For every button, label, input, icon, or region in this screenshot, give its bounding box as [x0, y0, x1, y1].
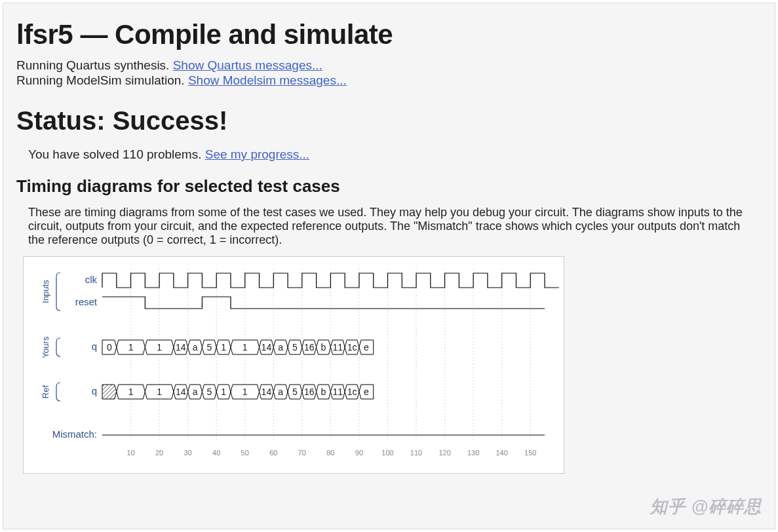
- timing-diagram: 102030405060708090100110120130140150clkr…: [23, 256, 564, 474]
- svg-text:1c: 1c: [347, 342, 357, 352]
- svg-text:5: 5: [292, 342, 298, 352]
- svg-text:150: 150: [524, 449, 536, 457]
- svg-text:60: 60: [269, 449, 277, 457]
- show-modelsim-link[interactable]: Show Modelsim messages...: [188, 73, 347, 87]
- svg-text:Ref: Ref: [41, 385, 50, 398]
- svg-text:1: 1: [157, 387, 162, 397]
- svg-text:1: 1: [243, 342, 248, 352]
- simulation-text: Running ModelSim simulation.: [16, 73, 188, 87]
- svg-text:20: 20: [155, 449, 163, 457]
- svg-text:30: 30: [184, 449, 192, 457]
- svg-text:0: 0: [107, 342, 112, 352]
- svg-text:80: 80: [326, 449, 334, 457]
- svg-text:q: q: [92, 341, 97, 352]
- solved-text: You have solved 110 problems.: [28, 147, 205, 161]
- svg-text:10: 10: [126, 449, 134, 457]
- synthesis-line: Running Quartus synthesis. Show Quartus …: [16, 58, 762, 73]
- svg-text:5: 5: [292, 387, 298, 397]
- svg-text:120: 120: [438, 449, 450, 457]
- svg-text:a: a: [278, 342, 283, 352]
- svg-text:16: 16: [304, 342, 315, 352]
- svg-text:Inputs: Inputs: [41, 280, 50, 303]
- watermark: 知乎 @碎碎思: [650, 495, 762, 518]
- page-title: lfsr5 — Compile and simulate: [16, 19, 762, 50]
- svg-text:1: 1: [243, 387, 248, 397]
- simulation-line: Running ModelSim simulation. Show Models…: [16, 73, 762, 88]
- svg-text:11: 11: [332, 342, 343, 352]
- svg-text:Yours: Yours: [41, 336, 50, 358]
- svg-text:11: 11: [332, 387, 343, 397]
- svg-text:130: 130: [467, 449, 479, 457]
- svg-text:q: q: [92, 385, 97, 396]
- svg-text:clk: clk: [85, 274, 98, 285]
- svg-text:14: 14: [176, 387, 186, 397]
- svg-text:100: 100: [381, 449, 393, 457]
- status-heading: Status: Success!: [16, 106, 762, 136]
- solved-line: You have solved 110 problems. See my pro…: [28, 147, 762, 162]
- svg-text:b: b: [321, 387, 326, 397]
- svg-text:5: 5: [206, 387, 212, 397]
- synthesis-text: Running Quartus synthesis.: [16, 58, 173, 72]
- svg-text:16: 16: [304, 387, 315, 397]
- svg-text:140: 140: [496, 449, 507, 457]
- svg-text:14: 14: [262, 342, 272, 352]
- svg-marker-70: [102, 385, 117, 399]
- svg-text:1c: 1c: [347, 387, 357, 397]
- svg-text:a: a: [193, 342, 198, 352]
- svg-text:a: a: [278, 387, 283, 397]
- svg-text:a: a: [193, 387, 198, 397]
- see-progress-link[interactable]: See my progress...: [205, 147, 309, 161]
- svg-text:50: 50: [241, 449, 249, 457]
- svg-text:e: e: [364, 342, 369, 352]
- svg-text:14: 14: [176, 342, 186, 352]
- svg-text:1: 1: [221, 387, 226, 397]
- svg-text:b: b: [321, 342, 326, 352]
- svg-text:e: e: [364, 387, 369, 397]
- svg-text:reset: reset: [75, 296, 98, 307]
- svg-text:1: 1: [128, 387, 134, 397]
- svg-text:Mismatch:: Mismatch:: [52, 428, 97, 440]
- svg-text:70: 70: [298, 449, 306, 457]
- timing-desc: These are timing diagrams from some of t…: [28, 206, 759, 247]
- svg-text:1: 1: [221, 342, 226, 352]
- svg-text:90: 90: [355, 449, 363, 457]
- svg-text:40: 40: [212, 449, 220, 457]
- svg-text:1: 1: [128, 342, 134, 352]
- svg-text:110: 110: [410, 449, 422, 457]
- svg-text:1: 1: [157, 342, 162, 352]
- timing-heading: Timing diagrams for selected test cases: [16, 176, 762, 197]
- svg-text:14: 14: [262, 387, 272, 397]
- svg-text:5: 5: [206, 342, 212, 352]
- show-quartus-link[interactable]: Show Quartus messages...: [173, 58, 322, 72]
